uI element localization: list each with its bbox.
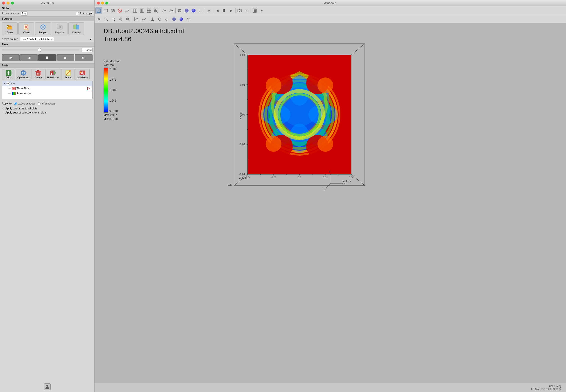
grid5-button[interactable] (153, 7, 159, 14)
variables-button[interactable]: Variables↓ (75, 69, 90, 80)
toolbar-sep-7 (250, 8, 251, 13)
ball-button[interactable] (190, 7, 197, 14)
step-back-button[interactable]: ◀ (20, 54, 38, 61)
open-button[interactable]: Open (2, 22, 18, 35)
sphere-button[interactable] (183, 7, 190, 14)
curve-plot-button[interactable] (161, 7, 168, 14)
auto-apply-checkbox[interactable] (76, 12, 79, 15)
close-file-button[interactable]: Close (18, 22, 34, 35)
pseudocolor-row[interactable]: └─ Pseudocolor (2, 91, 92, 96)
operators-button[interactable]: op (x) Operators↓ (16, 69, 31, 80)
grid4-button[interactable] (146, 7, 152, 14)
more-snap-button[interactable]: » (243, 7, 250, 14)
delete-plot-button[interactable]: Delete (31, 69, 45, 80)
zoom-reset-button[interactable] (103, 16, 110, 23)
svg-rect-57 (154, 10, 155, 12)
svg-point-100 (145, 18, 146, 18)
threeslice-row[interactable]: ├─ 3S ThreeSlice ✕ (2, 86, 92, 91)
play-viz-button[interactable] (221, 7, 228, 14)
pan-button[interactable] (164, 16, 170, 23)
svg-line-94 (128, 20, 129, 21)
right-minimize-button[interactable] (101, 1, 104, 4)
add-plot-button[interactable]: Add↓ (2, 69, 15, 80)
grid2-button[interactable] (132, 7, 138, 14)
maximize-button[interactable] (11, 1, 14, 4)
step-forward-button[interactable]: ⏭ (75, 54, 93, 61)
playback-controls: ⏮ ◀ ⏹ ▶ ⏭ (0, 53, 94, 62)
toolbar-sep-1 (131, 8, 131, 13)
zoom-n-button[interactable]: N (117, 16, 124, 23)
replace-icon (56, 23, 63, 31)
reopen-button[interactable]: Reopen (35, 22, 51, 35)
replace-button[interactable]: Replace (52, 22, 68, 35)
plots-section-header: Plots (0, 63, 94, 68)
all-windows-option[interactable]: all windows (38, 102, 55, 105)
svg-text:0.04: 0.04 (349, 176, 353, 179)
rectangle-mode-button[interactable] (102, 7, 109, 14)
draw-mode-button[interactable] (96, 7, 102, 14)
time-value-input[interactable] (81, 48, 93, 52)
toolbar-sep-3 (175, 8, 176, 13)
mountain-button[interactable] (168, 7, 175, 14)
active-window-option[interactable]: active window (14, 102, 35, 105)
person-icon[interactable] (44, 383, 51, 390)
apply-subset-label: Apply subset selections to all plots (5, 111, 47, 114)
snapshot-button[interactable] (236, 7, 243, 14)
ball-nav-button[interactable] (178, 16, 185, 23)
active-source-select[interactable]: rt.out2.*.athdf.xdmf database (20, 37, 54, 41)
settings-button[interactable] (251, 7, 258, 14)
curve-nav-button[interactable] (140, 16, 147, 23)
legend-tick-2: 1.772 (110, 78, 118, 81)
active-window-spinner[interactable]: 1 (20, 12, 28, 15)
zoom-z-button[interactable]: Z (110, 16, 117, 23)
crosshair-button[interactable] (96, 16, 102, 23)
left-panel: VisIt 3.3.3 Global Active window 1 Auto … (0, 0, 95, 392)
play-button[interactable]: ▶ (56, 54, 74, 61)
bottom-icon-area (0, 382, 94, 392)
hide-show-button[interactable]: Hide/Show (45, 69, 61, 80)
time-slider[interactable] (2, 50, 80, 50)
db-filename: DB: rt.out2.00243.athdf.xdmf (104, 27, 184, 35)
adjust-button[interactable] (185, 16, 192, 23)
no-draw-button[interactable] (116, 7, 123, 14)
minimize-button[interactable] (7, 1, 10, 4)
window-controls (2, 1, 14, 4)
svg-text:Y-Axis: Y-Axis (239, 112, 242, 120)
main-viz-toolbar: » ◀ ▶ » » (95, 6, 566, 15)
svg-point-73 (239, 10, 240, 12)
more-viz-button[interactable]: » (206, 7, 212, 14)
toolbar-sep-5 (213, 8, 213, 13)
camera-button[interactable] (110, 7, 116, 14)
legend-tick-1: 2.037 (110, 68, 118, 71)
sphere-nav-button[interactable] (171, 16, 177, 23)
line-chart-button[interactable] (133, 16, 140, 23)
stop-button[interactable]: ⏹ (38, 54, 56, 61)
cube-button[interactable] (176, 7, 183, 14)
active-window-label: Active window (2, 12, 19, 15)
threeslice-x-icon[interactable]: ✕ (87, 87, 91, 90)
zoom-s-button[interactable]: S (124, 16, 131, 23)
right-maximize-button[interactable] (105, 1, 108, 4)
more-settings-button[interactable]: » (259, 7, 265, 14)
reopen-label: Reopen (39, 31, 47, 34)
overlay-button[interactable]: Overlay (69, 22, 84, 35)
rewind-to-start-button[interactable]: ⏮ (2, 54, 20, 61)
axis-nav-button[interactable] (149, 16, 156, 23)
next-frame-button[interactable]: ▶ (228, 7, 235, 14)
svg-text:(x): (x) (25, 71, 26, 73)
svg-line-86 (114, 20, 115, 21)
grid3-button[interactable] (139, 7, 145, 14)
line-mode-button[interactable] (123, 7, 130, 14)
hide-show-label: Hide/Show (47, 76, 59, 79)
scatter-button[interactable] (197, 7, 204, 14)
prev-frame-button[interactable]: ◀ (214, 7, 221, 14)
svg-rect-71 (224, 9, 225, 12)
draw-button[interactable]: Draw (61, 69, 75, 80)
svg-point-65 (192, 9, 195, 12)
right-close-button[interactable] (97, 1, 100, 4)
close-button[interactable] (2, 1, 5, 4)
viz-canvas[interactable]: 0.04 0.02 0.00 -0.02 -0.04 (221, 42, 383, 199)
rotate-button[interactable] (156, 16, 163, 23)
svg-point-122 (188, 20, 188, 20)
plot-rho-row[interactable]: ▼ rho (2, 81, 92, 86)
